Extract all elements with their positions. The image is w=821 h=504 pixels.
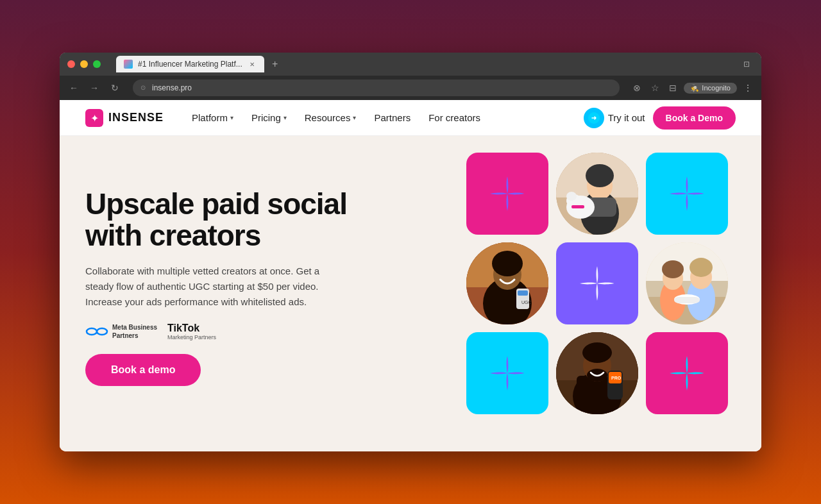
new-tab-button[interactable]: + <box>267 56 284 72</box>
title-bar: #1 Influencer Marketing Platf... ✕ + ⊡ <box>60 53 761 76</box>
svg-rect-14 <box>571 205 584 208</box>
platform-label: Platform <box>192 112 228 123</box>
svg-point-39 <box>582 342 612 363</box>
svg-point-4 <box>97 328 107 335</box>
toolbar-actions: ⊗ ☆ ⊟ 🕵 Incognito ⋮ <box>630 81 755 95</box>
tab-close-button[interactable]: ✕ <box>248 60 257 69</box>
logo[interactable]: ✦ INSENSE <box>85 109 164 127</box>
cast-icon[interactable]: ⊗ <box>630 81 644 95</box>
resources-label: Resources <box>305 112 351 123</box>
grid-cell-photo-1 <box>556 153 638 235</box>
platform-nav-item[interactable]: Platform ▾ <box>184 108 241 127</box>
tab-bar: #1 Influencer Marketing Platf... ✕ + <box>116 56 734 72</box>
close-button[interactable] <box>67 60 75 68</box>
maximize-button[interactable] <box>93 60 101 68</box>
svg-rect-33 <box>674 297 700 303</box>
book-demo-nav-button[interactable]: Book a Demo <box>653 106 736 130</box>
logo-icon: ✦ <box>85 109 103 127</box>
for-creators-nav-item[interactable]: For creators <box>421 108 488 127</box>
split-view-icon[interactable]: ⊟ <box>666 81 680 95</box>
tab-favicon <box>124 60 133 69</box>
grid-cell-photo-2: UGC <box>466 242 548 324</box>
partners-nav-item[interactable]: Partners <box>366 108 418 127</box>
svg-point-9 <box>586 164 614 187</box>
svg-point-19 <box>492 251 523 276</box>
browser-toolbar: ← → ↻ ⊙ insense.pro ⊗ ☆ ⊟ 🕵 Incognito ⋮ <box>60 76 761 100</box>
svg-point-3 <box>87 328 97 335</box>
platform-chevron-icon: ▾ <box>230 114 233 121</box>
svg-text:PRO: PRO <box>611 376 622 380</box>
address-bar[interactable]: ⊙ insense.pro <box>133 80 620 96</box>
for-creators-label: For creators <box>428 112 480 123</box>
hero-grid: UGC <box>466 153 736 422</box>
browser-chrome: #1 Influencer Marketing Platf... ✕ + ⊡ ←… <box>60 53 761 100</box>
incognito-indicator: 🕵 Incognito <box>684 83 737 94</box>
minimize-button[interactable] <box>80 60 88 68</box>
meta-icon <box>85 324 108 340</box>
incognito-icon: 🕵 <box>690 84 699 92</box>
try-it-out-button[interactable]: Try it out <box>584 108 645 128</box>
login-icon <box>584 108 604 128</box>
grid-cell-9 <box>646 332 728 414</box>
url-text: insense.pro <box>152 83 192 92</box>
incognito-label: Incognito <box>702 84 731 92</box>
bookmark-icon[interactable]: ☆ <box>648 81 662 95</box>
grid-cell-1 <box>466 153 548 235</box>
tiktok-logo: TikTok Marketing Partners <box>167 323 219 341</box>
svg-point-28 <box>662 260 684 278</box>
website-content: ✦ INSENSE Platform ▾ Pricing ▾ Resources… <box>60 100 761 451</box>
pricing-nav-item[interactable]: Pricing ▾ <box>244 108 294 127</box>
more-options-icon[interactable]: ⋮ <box>741 81 755 95</box>
hero-section: Upscale paid social with creators Collab… <box>60 136 761 451</box>
svg-text:UGC: UGC <box>521 300 532 305</box>
active-tab[interactable]: #1 Influencer Marketing Platf... ✕ <box>116 56 264 72</box>
svg-point-13 <box>566 192 577 201</box>
navbar: ✦ INSENSE Platform ▾ Pricing ▾ Resources… <box>60 100 761 136</box>
book-demo-button[interactable]: Book a demo <box>85 354 201 386</box>
nav-actions: Try it out Book a Demo <box>584 106 736 130</box>
hero-left-column: Upscale paid social with creators Collab… <box>85 189 355 385</box>
hero-title: Upscale paid social with creators <box>85 189 355 251</box>
forward-button[interactable]: → <box>87 80 102 96</box>
window-controls[interactable]: ⊡ <box>740 57 754 71</box>
security-icon: ⊙ <box>140 84 148 92</box>
logo-text: INSENSE <box>108 111 164 124</box>
grid-cell-photo-4: PRO <box>556 332 638 414</box>
partners-label: Partners <box>374 112 410 123</box>
pricing-label: Pricing <box>251 112 281 123</box>
resources-chevron-icon: ▾ <box>353 114 356 121</box>
grid-cell-3 <box>646 153 728 235</box>
tab-title: #1 Influencer Marketing Platf... <box>138 60 242 69</box>
partner-logos: Meta BusinessPartners TikTok Marketing P… <box>85 323 355 341</box>
nav-links: Platform ▾ Pricing ▾ Resources ▾ Partner… <box>184 108 584 127</box>
resources-nav-item[interactable]: Resources ▾ <box>297 108 364 127</box>
refresh-button[interactable]: ↻ <box>107 80 123 96</box>
hero-subtitle: Collaborate with multiple vetted creator… <box>85 264 329 310</box>
browser-window: #1 Influencer Marketing Platf... ✕ + ⊡ ←… <box>60 53 761 451</box>
svg-point-31 <box>690 258 713 277</box>
try-it-out-label: Try it out <box>608 112 645 123</box>
grid-cell-photo-3 <box>646 242 728 324</box>
meta-business-partners-logo: Meta BusinessPartners <box>85 323 157 340</box>
svg-text:✦: ✦ <box>90 113 99 124</box>
pricing-chevron-icon: ▾ <box>284 114 287 121</box>
back-button[interactable]: ← <box>66 80 81 96</box>
grid-cell-7 <box>466 332 548 414</box>
grid-cell-5 <box>556 242 638 324</box>
svg-rect-21 <box>518 290 528 296</box>
